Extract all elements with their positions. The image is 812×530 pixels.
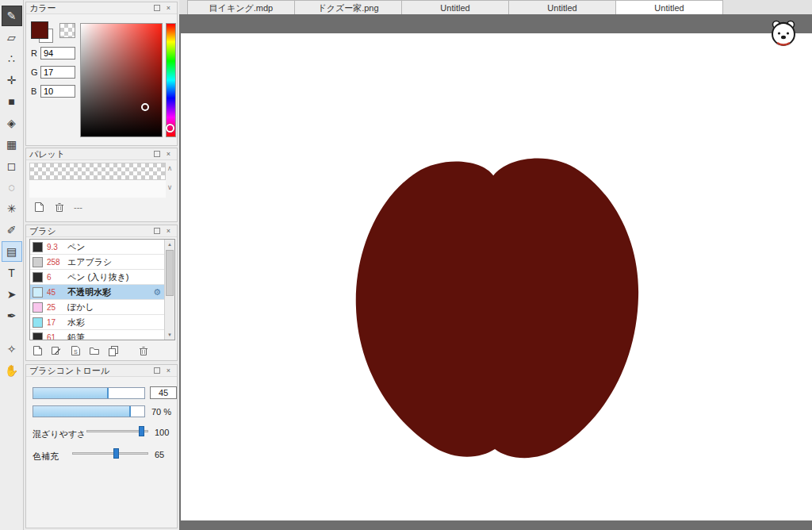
refill-slider-track [72, 452, 148, 455]
brush-item[interactable]: 25 ぼかし [30, 300, 174, 315]
brush-folder-icon[interactable] [88, 344, 101, 357]
curve-tool-icon[interactable]: ✒ [2, 305, 22, 326]
brush-panel: ブラシ × 9.3 ペン 258 エアブラシ 6 ペン (入り抜き) 4 [25, 225, 178, 361]
brush-name: ペン [67, 241, 172, 253]
brush-control-panel-title: ブラシコントロール [29, 365, 153, 377]
stamp-tool-icon[interactable]: ▤ [2, 241, 22, 262]
lasso-tool-icon[interactable]: ◌ [2, 177, 22, 198]
brush-size: 25 [47, 303, 67, 312]
refill-slider-handle[interactable] [113, 448, 119, 459]
brush-swatch [33, 242, 43, 252]
brush-swatch [33, 317, 43, 328]
new-palette-color-icon[interactable] [33, 201, 45, 213]
edit-brush-icon[interactable] [50, 344, 63, 357]
magic-wand-tool-icon[interactable]: ✳ [2, 198, 22, 219]
brush-swatch [33, 287, 43, 298]
palette-scroll-up-icon[interactable]: ∧ [165, 164, 174, 174]
hue-cursor[interactable] [166, 124, 174, 132]
tab-document-4[interactable]: Untitled [508, 0, 616, 14]
close-panel-icon[interactable]: × [163, 366, 174, 375]
red-channel-input[interactable] [40, 47, 75, 60]
mascot-bear-icon [769, 19, 798, 48]
tab-document-5-active[interactable]: Untitled [615, 0, 723, 14]
brush-tool-icon[interactable]: ✐ [2, 220, 22, 240]
move-tool-icon[interactable]: ✛ [2, 70, 22, 90]
green-channel-input[interactable] [40, 66, 75, 79]
red-channel-row: R [31, 47, 75, 60]
delete-brush-icon[interactable] [137, 344, 150, 357]
eraser-tool-icon[interactable]: ▱ [2, 27, 22, 48]
float-panel-icon[interactable] [153, 226, 163, 236]
brush-name: 鉛筆 [67, 332, 172, 341]
blue-channel-input[interactable] [40, 85, 75, 98]
brush-size: 61 [47, 333, 67, 341]
palette-panel: パレット × ∧ ∨ --- [25, 148, 178, 222]
color-panel-title: カラー [29, 2, 153, 14]
color-panel: カラー × R G B [25, 2, 178, 146]
drawing-canvas[interactable] [181, 33, 812, 520]
brush-name: エアブラシ [67, 256, 172, 268]
palette-swatches[interactable] [29, 163, 166, 180]
shape-tool-icon[interactable]: ◈ [2, 113, 22, 133]
saturation-value-picker[interactable] [80, 23, 163, 137]
brush-name: ぼかし [67, 301, 172, 313]
close-panel-icon[interactable]: × [163, 226, 174, 236]
select-rect-tool-icon[interactable]: ◻ [2, 156, 22, 176]
tab-document-2[interactable]: ドクズー家.png [294, 0, 402, 14]
brush-size: 258 [47, 258, 67, 267]
brush-panel-title: ブラシ [29, 225, 153, 237]
scroll-thumb[interactable] [166, 250, 174, 296]
delete-palette-color-icon[interactable] [53, 201, 66, 213]
duplicate-brush-icon[interactable] [107, 344, 120, 357]
add-brush-icon[interactable] [31, 344, 44, 357]
float-panel-icon[interactable] [153, 3, 163, 13]
mix-value: 100 [155, 428, 169, 437]
blue-channel-row: B [31, 85, 75, 98]
brush-item[interactable]: 9.3 ペン [30, 240, 174, 255]
eyedropper-tool-icon[interactable]: ✧ [2, 339, 22, 359]
scroll-down-icon[interactable]: ▼ [165, 330, 174, 340]
tab-document-3[interactable]: Untitled [401, 0, 509, 14]
scroll-up-icon[interactable]: ▲ [165, 240, 174, 249]
brush-item-selected[interactable]: 45 不透明水彩 ⚙ [30, 285, 174, 300]
brush-size: 6 [47, 273, 67, 282]
float-panel-icon[interactable] [153, 149, 163, 159]
select-pen-tool-icon[interactable]: ➤ [2, 284, 22, 305]
palette-scroll-down-icon[interactable]: ∨ [165, 183, 174, 193]
apple-shape [341, 147, 652, 464]
hue-slider[interactable] [166, 23, 176, 137]
close-panel-icon[interactable]: × [163, 149, 174, 159]
brush-item[interactable]: 258 エアブラシ [30, 255, 174, 270]
brush-script-icon[interactable]: S [69, 344, 82, 357]
mix-slider[interactable] [86, 426, 148, 436]
brush-item[interactable]: 17 水彩 [30, 315, 174, 330]
close-panel-icon[interactable]: × [163, 3, 174, 13]
palette-selected-name: --- [74, 202, 82, 212]
brush-settings-gear-icon[interactable]: ⚙ [153, 287, 161, 298]
brush-item[interactable]: 6 ペン (入り抜き) [30, 270, 174, 285]
text-tool-icon[interactable]: T [2, 263, 22, 283]
green-channel-row: G [31, 66, 75, 79]
brush-size-slider[interactable] [33, 387, 145, 399]
brush-opacity-slider[interactable] [33, 405, 145, 417]
transparent-color-swatch[interactable] [59, 23, 75, 38]
scatter-tool-icon[interactable]: ∴ [2, 48, 22, 69]
green-channel-label: G [31, 67, 40, 77]
brush-swatch [33, 302, 43, 313]
foreground-color-swatch[interactable] [31, 21, 48, 39]
tab-document-1[interactable]: 目イキング.mdp [187, 0, 295, 14]
brush-list-scrollbar[interactable]: ▲ ▼ [164, 240, 174, 340]
fill-tool-icon[interactable]: ■ [2, 91, 22, 112]
sv-cursor[interactable] [141, 103, 149, 111]
brush-item[interactable]: 61 鉛筆 [30, 330, 174, 340]
svg-text:S: S [74, 349, 78, 355]
red-channel-label: R [31, 48, 40, 58]
mix-slider-handle[interactable] [139, 426, 144, 436]
brush-size-value[interactable]: 45 [150, 386, 177, 399]
pen-tool-icon[interactable]: ✎ [2, 6, 22, 26]
float-panel-icon[interactable] [153, 366, 163, 375]
refill-slider[interactable] [72, 448, 148, 459]
brush-size: 17 [47, 318, 67, 327]
hand-tool-icon[interactable]: ✋ [2, 360, 22, 381]
tone-tool-icon[interactable]: ▦ [2, 134, 22, 155]
